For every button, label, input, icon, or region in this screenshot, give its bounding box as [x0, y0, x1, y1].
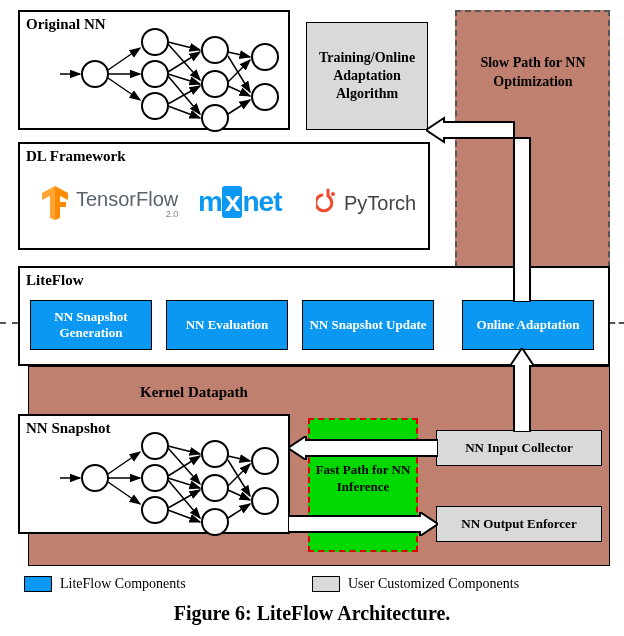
mxnet-x: x	[222, 186, 243, 218]
svg-point-5	[202, 71, 228, 97]
svg-line-51	[228, 504, 250, 518]
dl-framework-box: DL Framework TensorFlow 2.0 mxnet PyTorc…	[18, 142, 430, 250]
svg-line-39	[108, 482, 140, 504]
svg-line-18	[168, 86, 200, 104]
svg-point-2	[142, 61, 168, 87]
svg-line-24	[228, 100, 250, 114]
tensorflow-text: TensorFlow	[76, 188, 178, 211]
mxnet-net: net	[242, 186, 281, 217]
svg-point-8	[252, 84, 278, 110]
svg-point-0	[82, 61, 108, 87]
svg-point-32	[202, 475, 228, 501]
svg-line-20	[228, 52, 250, 57]
svg-point-4	[202, 37, 228, 63]
svg-line-47	[228, 456, 250, 461]
svg-point-3	[142, 93, 168, 119]
svg-line-15	[168, 52, 200, 72]
svg-line-49	[228, 464, 250, 486]
arrow-collector-to-adaptation	[510, 348, 534, 432]
legend-swatch-user	[312, 576, 340, 592]
legend-swatch-liteflow	[24, 576, 52, 592]
dashed-separator-right	[610, 322, 624, 324]
nn-output-enforcer-label: NN Output Enforcer	[461, 516, 576, 532]
svg-line-37	[108, 452, 140, 474]
arrow-snapshot-to-enforcer	[288, 512, 438, 536]
fast-path-label: Fast Path for NN Inference	[314, 462, 412, 496]
tensorflow-icon	[38, 184, 72, 222]
pytorch-icon	[316, 188, 340, 218]
nn-input-collector-box: NN Input Collector	[436, 430, 602, 466]
mxnet-logo: mxnet	[198, 186, 281, 218]
nn-output-enforcer-box: NN Output Enforcer	[436, 506, 602, 542]
svg-point-33	[202, 509, 228, 535]
svg-point-31	[202, 441, 228, 467]
nn-snapshot-graph	[20, 416, 292, 536]
pytorch-text: PyTorch	[344, 192, 416, 215]
tensorflow-logo: TensorFlow 2.0	[38, 184, 178, 222]
liteflow-btn-snapshot-update: NN Snapshot Update	[302, 300, 434, 350]
svg-point-34	[252, 448, 278, 474]
svg-rect-25	[60, 202, 66, 207]
svg-point-28	[142, 433, 168, 459]
svg-point-35	[252, 488, 278, 514]
svg-line-48	[228, 460, 250, 496]
svg-line-45	[168, 490, 200, 508]
original-nn-box: Original NN	[18, 10, 290, 130]
liteflow-btn-snapshot-gen: NN Snapshot Generation	[30, 300, 152, 350]
nn-snapshot-box: NN Snapshot	[18, 414, 290, 534]
liteflow-btn-evaluation: NN Evaluation	[166, 300, 288, 350]
legend-text-liteflow: LiteFlow Components	[60, 576, 186, 592]
svg-line-42	[168, 456, 200, 476]
svg-line-12	[108, 78, 140, 100]
svg-line-22	[228, 60, 250, 82]
figure-caption: Figure 6: LiteFlow Architecture.	[0, 602, 624, 625]
svg-point-27	[82, 465, 108, 491]
liteflow-btn-online-adapt: Online Adaptation	[462, 300, 594, 350]
liteflow-title: LiteFlow	[26, 272, 84, 289]
svg-point-26	[331, 192, 335, 196]
svg-point-29	[142, 465, 168, 491]
svg-point-1	[142, 29, 168, 55]
svg-line-21	[228, 56, 250, 92]
svg-point-6	[202, 105, 228, 131]
training-adaptation-box: Training/Online Adaptation Algorithm	[306, 22, 428, 130]
training-adaptation-label: Training/Online Adaptation Algorithm	[313, 49, 421, 104]
mxnet-m: m	[198, 186, 222, 217]
slow-path-label: Slow Path for NN Optimization	[462, 54, 604, 92]
nn-input-collector-label: NN Input Collector	[465, 440, 573, 456]
original-nn-graph	[20, 12, 292, 132]
arrow-adaptation-to-training	[426, 106, 536, 302]
svg-point-7	[252, 44, 278, 70]
svg-point-30	[142, 497, 168, 523]
dl-framework-title: DL Framework	[26, 148, 126, 165]
pytorch-logo: PyTorch	[316, 188, 416, 218]
kernel-datapath-label: Kernel Datapath	[140, 384, 248, 401]
legend-text-user: User Customized Components	[348, 576, 519, 592]
svg-line-10	[108, 48, 140, 70]
arrow-collector-to-snapshot	[288, 436, 438, 460]
dashed-separator-left	[0, 322, 18, 324]
